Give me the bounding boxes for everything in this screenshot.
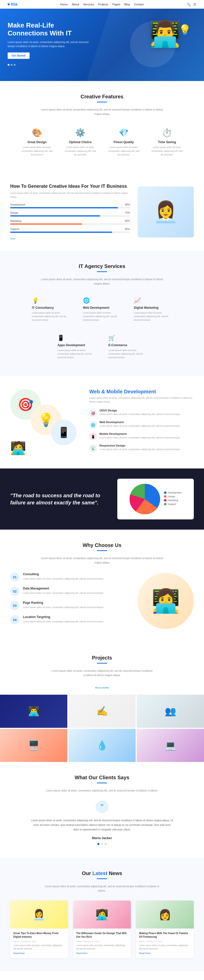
services-grid: 💡 IT Consultancy Lorem ipsum dolor sit a…: [10, 293, 194, 363]
news-card-1[interactable]: 👩‍💼 Great Tips To Earn More Money From D…: [10, 900, 68, 958]
feature-quality-text: Lorem ipsum dolor sit amet, consectetur …: [107, 145, 140, 156]
logo[interactable]: fria: [8, 2, 18, 6]
legend-sup: Support: [164, 503, 182, 506]
why-illustration: 👩‍💻: [138, 573, 194, 629]
feature-choice-title: Optimal Choice: [64, 140, 97, 144]
mobile-dot: 📱: [89, 433, 97, 441]
mobile-title: Mobile Development: [99, 432, 180, 435]
news-card-3[interactable]: 👩 Making Peace With The Feast Or Famine …: [136, 900, 194, 958]
projects-title: Projects: [0, 655, 204, 661]
features-subtitle: Lorem ipsum dolor sit amet, consectetur …: [41, 108, 163, 116]
hero-bulb-icon: 💡: [178, 24, 191, 36]
pie-chart: [129, 484, 160, 514]
web-desc: Lorem ipsum dolor sit amet, consectetur …: [99, 425, 180, 428]
apps-title: Apps Development: [57, 344, 96, 347]
testimonials-subtitle: Lorem ipsum dolor sit amet, consectetur …: [41, 788, 163, 793]
project-2[interactable]: ✍️: [69, 695, 135, 728]
news-title-1: Great Tips To Earn More Money From Digit…: [13, 932, 65, 939]
nav-links: Home About Services Projects Pages Blog …: [60, 3, 143, 6]
why-data-text: Data Management Lorem ipsum dolor sit am…: [23, 587, 104, 595]
consultancy-title: IT Consultancy: [32, 306, 70, 310]
hero-person-icon: 👨‍💻: [149, 19, 181, 49]
feature-card-design: 🎨 Great Design Lorem ipsum dolor sit ame…: [18, 124, 56, 160]
web-title: Web Development: [99, 421, 180, 424]
project-4[interactable]: 🖥️: [0, 729, 67, 762]
webdev-title: Web Development: [83, 306, 121, 310]
testimonial-dot-1[interactable]: [97, 843, 99, 845]
why-subtitle: Lorem ipsum dolor sit amet, consectetur …: [41, 556, 163, 565]
nav-pages[interactable]: Pages: [112, 3, 120, 6]
hero-dot-3[interactable]: [14, 64, 16, 66]
quote-text: "The road to success and the road to fai…: [10, 492, 110, 506]
projects-divider: [97, 663, 107, 663]
webmobile-section: 🎯 💡 📱 🧑‍💻 Web & Mobile Development Lorem…: [0, 376, 204, 469]
wm-img-c: 📱: [51, 420, 76, 445]
project-1-img: 👨‍💻: [0, 695, 67, 728]
news-content-2: The Billionaire Guide On Design That Wil…: [73, 929, 131, 958]
project-3[interactable]: 👥: [137, 695, 204, 728]
news-card-2[interactable]: 👩‍💻 The Billionaire Guide On Design That…: [73, 900, 131, 958]
news-readmore-1[interactable]: Read More: [13, 952, 25, 955]
quality-icon: 💎: [119, 127, 129, 138]
marketing-title: Digital Marketing: [134, 306, 172, 310]
apps-text: Lorem ipsum dolor sit amet, consectetur …: [57, 348, 96, 360]
news-snippet-3: Lorem ipsum dolor sit amet, consectetur …: [139, 944, 191, 950]
generate-more-link[interactable]: more: [10, 237, 16, 240]
hero-cta-button[interactable]: Get Started: [8, 52, 30, 59]
nav-projects[interactable]: Projects: [98, 3, 108, 6]
legend-dev-label: Development: [168, 492, 182, 494]
project-5[interactable]: 💧: [69, 729, 135, 762]
progress-design: Design 75%: [10, 212, 130, 216]
chart-legend: Development Design Marketing Support: [164, 492, 182, 507]
feature-choice-text: Lorem ipsum dolor sit amet, consectetur …: [64, 145, 97, 156]
hero-dot-2[interactable]: [11, 64, 13, 66]
project-6[interactable]: 💻: [137, 729, 204, 762]
progress-mkt-bar: [10, 223, 130, 225]
hero-description: Lorem ipsum dolor sit amet, consectetur …: [8, 40, 89, 48]
menu-icon[interactable]: ☰: [193, 3, 196, 6]
nav-services[interactable]: Services: [83, 3, 94, 6]
hero-dot-1[interactable]: [8, 64, 10, 66]
why-ranking-title: Page Ranking: [23, 601, 104, 605]
testimonial-dot-3[interactable]: [105, 843, 107, 845]
ux-desc: Lorem ipsum dolor sit amet, consectetur …: [99, 413, 180, 416]
legend-mkt-label: Marketing: [168, 499, 178, 501]
why-consulting-title: Consulting: [23, 573, 104, 576]
feature-design-text: Lorem ipsum dolor sit amet, consectetur …: [21, 145, 54, 156]
nav-about[interactable]: About: [72, 3, 79, 6]
projects-subtitle: Lorem ipsum dolor sit amet, consectetur …: [41, 669, 163, 678]
consultancy-icon: 💡: [32, 297, 70, 304]
why-section: Why Choose Us Lorem ipsum dolor sit amet…: [0, 530, 204, 642]
hero-section: Make Real-Life Connections With IT Lorem…: [0, 9, 204, 81]
project-1[interactable]: 👨‍💻: [0, 695, 67, 728]
nav-actions: 🔍 ☰: [186, 3, 196, 6]
testimonial-dot-2[interactable]: [101, 843, 103, 845]
ecommerce-icon: 🛒: [108, 335, 147, 341]
project-5-img: 💧: [69, 729, 135, 762]
ux-text: UI/UX Design Lorem ipsum dolor sit amet,…: [99, 409, 180, 416]
nav-home[interactable]: Home: [60, 3, 68, 6]
generate-left: How To Generate Creative Ideas For Your …: [10, 183, 130, 240]
news-readmore-2[interactable]: Read More: [76, 952, 88, 955]
why-num-2: 02: [10, 587, 19, 596]
why-title: Why Choose Us: [10, 542, 194, 548]
nav-contact[interactable]: Contact: [134, 3, 144, 6]
time-icon: ⏱️: [162, 127, 172, 138]
progress-mkt-fill: [10, 223, 82, 225]
web-dot: 🌐: [89, 421, 97, 429]
news-readmore-3[interactable]: Read More: [139, 952, 150, 955]
testimonial-quote: Lorem ipsum dolor sit amet, consectetur …: [30, 818, 174, 832]
search-icon[interactable]: 🔍: [186, 3, 191, 6]
webmobile-description: Lorem ipsum dolor sit amet, consectetur …: [89, 396, 194, 404]
hero-dots: [8, 64, 89, 66]
nav-blog[interactable]: Blog: [124, 3, 130, 6]
generate-illustration: 👩‍💼: [138, 186, 194, 237]
design-icon: 🎨: [32, 127, 42, 138]
apps-icon: 📱: [57, 335, 96, 341]
webmobile-right: Web & Mobile Development Lorem ipsum dol…: [89, 389, 194, 456]
ux-title: UI/UX Design: [99, 409, 180, 412]
wm-feature-web: 🌐 Web Development Lorem ipsum dolor sit …: [89, 421, 194, 429]
service-consultancy: 💡 IT Consultancy Lorem ipsum dolor sit a…: [28, 293, 74, 326]
projects-read-more[interactable]: READ MORE: [95, 687, 109, 689]
news-title: Our Latest News: [10, 870, 194, 876]
